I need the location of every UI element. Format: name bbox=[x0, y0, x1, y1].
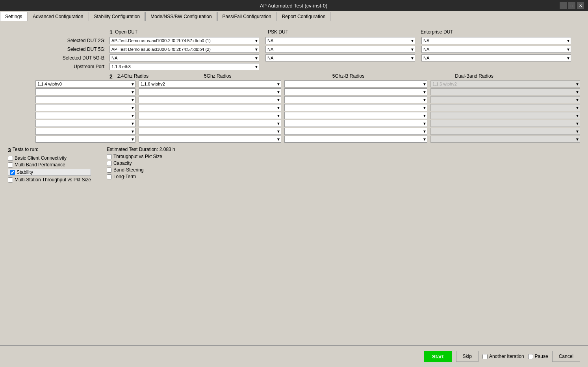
radio-dual-0-select[interactable]: 1.1.6 wiphy2 bbox=[430, 80, 580, 88]
close-button[interactable]: ✕ bbox=[577, 2, 584, 9]
radio-5gb-4-select[interactable] bbox=[284, 112, 427, 119]
radio-5gb-0-select[interactable] bbox=[284, 80, 427, 88]
upstream-select-wrapper: 1.1.3 eth3 ▼ bbox=[109, 63, 259, 70]
maximize-button[interactable]: □ bbox=[568, 2, 575, 9]
window-title: AP Automated Test (cv-inst-0) bbox=[28, 3, 560, 9]
start-button[interactable]: Start bbox=[424, 351, 452, 362]
upstream-label: Upstream Port: bbox=[8, 64, 109, 69]
tab-settings[interactable]: Settings bbox=[0, 12, 27, 21]
dut-5g-ent-wrapper: NA ▼ bbox=[421, 46, 571, 53]
radio-5g-6-select[interactable] bbox=[139, 128, 281, 135]
test-basic: Basic Client Connectivity bbox=[8, 155, 91, 161]
radio-5gb-6-select[interactable] bbox=[284, 128, 427, 135]
radio-5g-0-select[interactable]: 1.1.6 wiphy2 bbox=[139, 80, 281, 88]
test-bandsteering-label: Band-Steering bbox=[113, 167, 144, 173]
radio-dual-5-select[interactable] bbox=[430, 120, 580, 127]
upstream-port-select[interactable]: 1.1.3 eth3 bbox=[109, 63, 259, 70]
dut-2g-open-wrapper: AP-Test-Demo asus-axl1000-2 f0:2f:74:57:… bbox=[109, 37, 259, 44]
radio-row-7: ▼ ▼ ▼ ▼ bbox=[8, 136, 580, 143]
radio-dual-1-select[interactable] bbox=[430, 88, 580, 95]
dut-5g-ent-select[interactable]: NA bbox=[421, 46, 571, 53]
radio-5gb-5-select[interactable] bbox=[284, 120, 427, 127]
minimize-button[interactable]: – bbox=[560, 2, 567, 9]
test-throughput: Throughput vs Pkt Size bbox=[107, 154, 175, 159]
tab-report[interactable]: Report Configuration bbox=[277, 12, 331, 21]
window-controls: – □ ✕ bbox=[560, 2, 584, 9]
dut-5gb-psk-wrapper: NA ▼ bbox=[265, 54, 415, 61]
radio-2g-1-select[interactable] bbox=[35, 88, 135, 95]
dut-5gb-open-select[interactable]: NA bbox=[109, 54, 259, 61]
radio-2g-7-select[interactable] bbox=[35, 136, 135, 143]
dut-2g-ent-select[interactable]: NA bbox=[421, 37, 571, 44]
test-throughput-checkbox[interactable] bbox=[107, 154, 112, 159]
radio-5g-4-select[interactable] bbox=[139, 112, 281, 119]
dut-2g-psk-wrapper: NA ▼ bbox=[265, 37, 415, 44]
test-multistation-label: Multi-Station Throughput vs Pkt Size bbox=[15, 177, 91, 183]
radio-5g-3-select[interactable] bbox=[139, 104, 281, 111]
step-badge-2: 2 bbox=[109, 73, 114, 80]
tab-mode[interactable]: Mode/NSS/BW Configuration bbox=[145, 12, 217, 21]
radio-2g-5-select[interactable] bbox=[35, 120, 135, 127]
test-multiband: Multi Band Performance bbox=[8, 162, 91, 168]
radio-dual-7-select[interactable] bbox=[430, 136, 580, 143]
dut-5gb-psk-select[interactable]: NA bbox=[265, 54, 415, 61]
test-stability-checkbox[interactable] bbox=[10, 170, 15, 175]
pause-label: Pause bbox=[528, 354, 548, 359]
dut-5g-open-select[interactable]: AP-Test-Demo asus-axl1000-5 f0:2f:74:57:… bbox=[109, 46, 259, 53]
tab-passfail[interactable]: Pass/Fail Configuration bbox=[217, 12, 276, 21]
radio-row-2: ▼ ▼ ▼ ▼ bbox=[8, 96, 580, 103]
radio-2g-6-select[interactable] bbox=[35, 128, 135, 135]
dut-5g-psk-wrapper: NA ▼ bbox=[265, 46, 415, 53]
tab-stability[interactable]: Stability Configuration bbox=[89, 12, 145, 21]
dut-5g-selects: AP-Test-Demo asus-axl1000-5 f0:2f:74:57:… bbox=[109, 46, 580, 53]
dut-5g-row: Selected DUT 5G: AP-Test-Demo asus-axl10… bbox=[8, 46, 580, 53]
radio-2g-3-select[interactable] bbox=[35, 104, 135, 111]
radio-2g-header: 2.4Ghz Radios bbox=[117, 73, 201, 80]
radio-dual-6-select[interactable] bbox=[430, 128, 580, 135]
radio-5g-0-wrapper: 1.1.6 wiphy2 ▼ bbox=[139, 80, 281, 88]
radio-5g-7-select[interactable] bbox=[139, 136, 281, 143]
test-bandsteering: Band-Steering bbox=[107, 167, 175, 173]
radio-dual-3-select[interactable] bbox=[430, 104, 580, 111]
radio-row-0: 1.1.4 wiphy0 ▼ 1.1.6 wiphy2 ▼ ▼ 1.1.6 wi… bbox=[8, 80, 580, 88]
radio-row-6: ▼ ▼ ▼ ▼ bbox=[8, 128, 580, 135]
radio-2g-0-select[interactable]: 1.1.4 wiphy0 bbox=[35, 80, 135, 88]
test-longterm: Long-Term bbox=[107, 174, 175, 179]
enterprise-dut-header: Enterprise DUT bbox=[421, 29, 570, 35]
dut-5gb-ent-wrapper: NA ▼ bbox=[421, 54, 571, 61]
pause-checkbox[interactable] bbox=[528, 354, 533, 359]
test-basic-label: Basic Client Connectivity bbox=[15, 155, 67, 161]
radio-dual-0-wrapper: 1.1.6 wiphy2 ▼ bbox=[430, 80, 580, 88]
test-multiband-checkbox[interactable] bbox=[8, 162, 13, 168]
radio-2g-4-select[interactable] bbox=[35, 112, 135, 119]
tests-section: 3 Tests to run: Basic Client Connectivit… bbox=[8, 147, 580, 184]
dut-5gb-ent-select[interactable]: NA bbox=[421, 54, 571, 61]
radio-5gb-3-select[interactable] bbox=[284, 104, 427, 111]
radio-5gb-7-select[interactable] bbox=[284, 136, 427, 143]
test-capacity-checkbox[interactable] bbox=[107, 161, 112, 166]
radio-2g-2-select[interactable] bbox=[35, 96, 135, 103]
test-multistation-checkbox[interactable] bbox=[8, 177, 13, 183]
radio-dual-4-select[interactable] bbox=[430, 112, 580, 119]
tab-advanced[interactable]: Advanced Configuration bbox=[28, 12, 88, 21]
radio-5gb-header: 5Ghz-B Radios bbox=[332, 73, 452, 80]
dut-2g-psk-select[interactable]: NA bbox=[265, 37, 415, 44]
dut-2g-open-select[interactable]: AP-Test-Demo asus-axl1000-2 f0:2f:74:57:… bbox=[109, 37, 259, 44]
another-iteration-checkbox[interactable] bbox=[482, 354, 488, 359]
radio-5g-5-select[interactable] bbox=[139, 120, 281, 127]
skip-button[interactable]: Skip bbox=[456, 351, 479, 362]
test-bandsteering-checkbox[interactable] bbox=[107, 168, 112, 173]
radio-row-5: ▼ ▼ ▼ ▼ bbox=[8, 120, 580, 127]
radio-5g-1-select[interactable] bbox=[139, 88, 281, 95]
radio-5g-2-select[interactable] bbox=[139, 96, 281, 103]
tests-row: 3 Tests to run: Basic Client Connectivit… bbox=[8, 147, 580, 184]
dut-5g-psk-select[interactable]: NA bbox=[265, 46, 415, 53]
test-longterm-checkbox[interactable] bbox=[107, 174, 112, 179]
test-basic-checkbox[interactable] bbox=[8, 156, 13, 161]
radio-row-3: ▼ ▼ ▼ ▼ bbox=[8, 104, 580, 111]
radio-5gb-1-select[interactable] bbox=[284, 88, 427, 95]
cancel-button[interactable]: Cancel bbox=[552, 351, 580, 362]
radio-5gb-2-select[interactable] bbox=[284, 96, 427, 103]
radio-dual-2-select[interactable] bbox=[430, 96, 580, 103]
dut-5gb-selects: NA ▼ NA ▼ NA ▼ bbox=[109, 54, 580, 61]
